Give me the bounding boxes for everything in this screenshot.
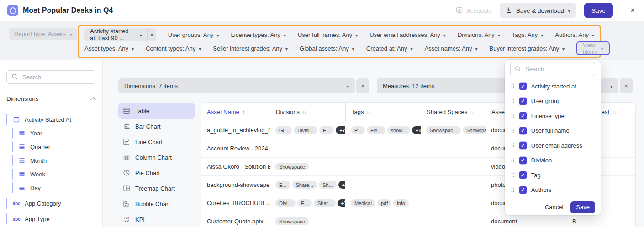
sidebar-search-input[interactable]: [6, 70, 95, 84]
filter-activity-started-at[interactable]: Activity started at: Last 90 ...: [84, 28, 156, 41]
chevron-up-icon[interactable]: [90, 97, 95, 102]
list-icon: [18, 131, 26, 135]
filter-option-activity-started-at[interactable]: Activity started at: [505, 79, 601, 94]
tree-item-activity-started-at[interactable]: Activity Started At: [6, 113, 102, 126]
drag-handle-icon[interactable]: [511, 127, 515, 135]
sort-icon: [302, 108, 306, 115]
tree-item-quarter[interactable]: Quarter: [12, 140, 102, 154]
tag-pill: info: [393, 199, 409, 207]
filter-asset-names[interactable]: Asset names: Any: [424, 45, 477, 52]
filter-user-groups[interactable]: User groups: Any: [168, 31, 219, 38]
filter-option-license-type[interactable]: License type: [505, 108, 601, 124]
checkbox-checked[interactable]: [519, 127, 527, 134]
filter-global-assets[interactable]: Global assets: Any: [300, 45, 354, 52]
filter-option-division[interactable]: Division: [505, 153, 601, 168]
popup-save-button[interactable]: Save: [570, 201, 595, 213]
overflow-count-pill: +1: [412, 126, 421, 134]
save-download-button[interactable]: Save & download: [500, 3, 576, 18]
chart-type-column-chart[interactable]: Column Chart: [118, 150, 195, 165]
tree-item-year[interactable]: Year: [12, 126, 102, 140]
filter-license-types[interactable]: License types: Any: [231, 31, 286, 38]
report-icon: [7, 5, 18, 16]
chart-type-bar-chart[interactable]: Bar Chart: [118, 119, 195, 134]
tree-item-app-category[interactable]: abc App Category: [6, 196, 102, 210]
filter-content-types[interactable]: Content types: Any: [146, 45, 201, 52]
checkbox-checked[interactable]: [519, 83, 527, 90]
chart-type-line-chart[interactable]: Line Chart: [118, 134, 195, 150]
drag-handle-icon[interactable]: [511, 112, 515, 120]
drag-handle-icon[interactable]: [511, 82, 515, 90]
checkbox-checked[interactable]: [519, 112, 527, 119]
tree-item-month[interactable]: Month: [12, 154, 102, 167]
drag-handle-icon[interactable]: [511, 186, 515, 194]
filter-option-user-email-address[interactable]: User email address: [505, 138, 601, 153]
popup-search-input[interactable]: [510, 62, 595, 76]
dimensions-clear-button[interactable]: [356, 78, 369, 93]
filter-tags[interactable]: Tags: Any: [512, 31, 543, 38]
chart-type-treemap-chart[interactable]: Treemap Chart: [118, 181, 195, 196]
chart-type-kpi[interactable]: 123 KPI: [118, 212, 195, 227]
chart-type-pie-chart[interactable]: Pie Chart: [118, 165, 195, 181]
filter-user-full-names[interactable]: User full names: Any: [298, 31, 358, 38]
column-header-tags[interactable]: Tags: [345, 103, 421, 121]
dimensions-select[interactable]: Dimensions: 7 items: [118, 78, 355, 93]
schedule-button[interactable]: Schedule: [456, 6, 491, 15]
filter-user-email-addresses[interactable]: User email addresses: Any: [370, 31, 446, 38]
checkbox-checked[interactable]: [519, 98, 527, 105]
division-pill: Showspace: [275, 217, 309, 225]
drag-handle-icon[interactable]: [511, 97, 515, 105]
save-download-label: Save & download: [516, 7, 564, 14]
remove-filter-icon[interactable]: [147, 28, 156, 41]
schedule-label: Schedule: [466, 7, 491, 14]
filter-option-user-full-name[interactable]: User full name: [505, 124, 601, 139]
kpi-icon: 123: [123, 216, 130, 223]
checkbox-checked[interactable]: [519, 186, 527, 194]
shared-space-pill: Showspac...: [426, 126, 461, 134]
filter-option-user-group[interactable]: User group: [505, 94, 601, 109]
tree-accent-bar: [6, 114, 7, 125]
column-header-asset-name[interactable]: Asset Name: [201, 103, 270, 121]
filter-seller-interest-grades[interactable]: Seller interest grades: Any: [213, 45, 288, 52]
filter-divisions[interactable]: Divisions: Any: [458, 31, 500, 38]
chevron-down-icon: [199, 45, 201, 52]
abc-icon: abc: [13, 201, 20, 206]
drag-handle-icon[interactable]: [511, 171, 515, 179]
division-pill: Share...: [292, 181, 317, 189]
close-button[interactable]: [629, 6, 637, 15]
save-button[interactable]: Save: [584, 3, 613, 18]
drag-handle-icon[interactable]: [511, 141, 515, 150]
drag-handle-icon[interactable]: [511, 156, 515, 165]
dimensions-tree: Activity Started At Year Quarter Month W: [6, 113, 102, 226]
chevron-down-icon: [284, 31, 286, 38]
view-filters-button[interactable]: View filters: [576, 41, 610, 55]
filter-buyer-interest-grades[interactable]: Buyer interest grades: Any: [490, 45, 565, 52]
chevron-down-icon: [347, 83, 349, 89]
tree-item-week[interactable]: Week: [12, 167, 102, 181]
column-header-shared-spaces[interactable]: Shared Spaces: [421, 103, 486, 121]
view-filters-popup: Activity started at User group License t…: [505, 60, 601, 215]
table-icon: [123, 107, 130, 114]
filter-option-tag[interactable]: Tag: [505, 168, 601, 183]
measures-clear-button[interactable]: [620, 78, 633, 93]
column-header-divisions[interactable]: Divisions: [270, 103, 345, 121]
checkbox-checked[interactable]: [519, 171, 527, 179]
tag-pill: show...: [387, 126, 410, 134]
filter-row-1: Activity started at: Last 90 ... User gr…: [84, 28, 594, 41]
column-chart-icon: [123, 154, 130, 161]
tree-item-day[interactable]: Day: [12, 181, 102, 195]
filter-option-authors[interactable]: Authors: [505, 183, 601, 198]
tree-accent-bar: [6, 213, 7, 224]
chart-type-table[interactable]: Table: [118, 103, 195, 119]
report-type-select[interactable]: Report type: Assets: [9, 28, 77, 40]
cancel-button[interactable]: Cancel: [545, 204, 563, 211]
checkbox-checked[interactable]: [519, 157, 527, 164]
calendar-icon: [13, 116, 20, 123]
tag-pill: Fin...: [367, 126, 385, 134]
checkbox-checked[interactable]: [519, 142, 527, 149]
chart-type-bubble-chart[interactable]: Bubble Chart: [118, 196, 195, 212]
tree-item-app-type[interactable]: abc App Type: [6, 212, 102, 226]
filter-created-at[interactable]: Created at: Any: [366, 45, 413, 52]
filter-asset-types[interactable]: Asset types: Any: [84, 45, 134, 52]
filter-authors[interactable]: Authors: Any: [555, 31, 594, 38]
chevron-down-icon: [352, 45, 354, 52]
